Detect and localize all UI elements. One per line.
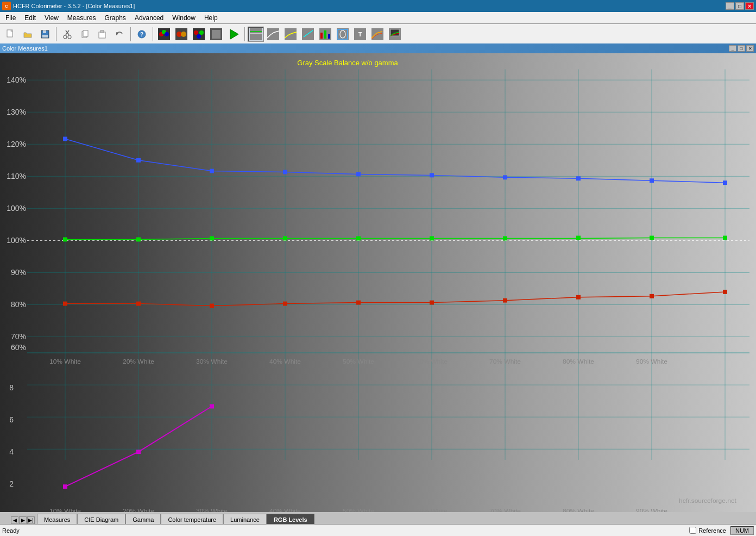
inner-window-title: Color Measures1 — [2, 45, 48, 52]
tab-color-temp[interactable]: Color temperature — [161, 514, 223, 525]
svg-rect-40 — [328, 34, 330, 39]
tb-graph-7[interactable]: T — [352, 27, 368, 42]
tb-graph-grayscale[interactable] — [248, 27, 264, 42]
menu-measures[interactable]: Measures — [63, 12, 100, 23]
svg-rect-100 — [723, 180, 727, 185]
svg-rect-104 — [283, 236, 287, 241]
menu-help[interactable]: Help — [200, 12, 222, 23]
svg-rect-120 — [723, 290, 727, 294]
tb-paste[interactable] — [94, 27, 110, 42]
svg-text:70% White: 70% White — [489, 358, 521, 365]
svg-rect-121 — [63, 484, 67, 489]
reference-checkbox[interactable] — [689, 527, 696, 534]
tb-graph-2[interactable] — [265, 27, 281, 42]
svg-rect-103 — [210, 236, 214, 241]
tb-graph-3[interactable] — [282, 27, 299, 42]
toolbar: ? T — [0, 24, 756, 45]
main-area: Color Measures1 _ □ ✕ Gray Scale Balance… — [0, 43, 756, 524]
svg-rect-94 — [283, 170, 287, 174]
svg-rect-99 — [650, 178, 654, 183]
inner-maximize[interactable]: □ — [738, 45, 745, 52]
tb-play[interactable] — [225, 27, 242, 42]
tab-bar: ◀ ▶ ▶| Measures CIE Diagram Gamma Color … — [0, 512, 756, 524]
svg-rect-110 — [723, 236, 727, 240]
tab-luminance[interactable]: Luminance — [223, 514, 267, 525]
y-label-60: 60% — [11, 343, 26, 352]
tb-save[interactable] — [37, 27, 53, 42]
svg-text:80% White: 80% White — [563, 358, 594, 365]
tb-help[interactable]: ? — [134, 27, 150, 42]
chart-title: Gray Scale Balance w/o gamma — [297, 59, 398, 67]
svg-point-25 — [199, 30, 204, 35]
tb-copy[interactable] — [77, 27, 93, 42]
inner-controls: _ □ ✕ — [729, 45, 754, 52]
tb-graph-8[interactable] — [369, 27, 386, 42]
inner-minimize[interactable]: _ — [729, 45, 736, 52]
tb-graph-5[interactable] — [317, 27, 333, 42]
svg-point-19 — [165, 32, 169, 36]
tb-gen4[interactable] — [208, 27, 224, 42]
tab-cie[interactable]: CIE Diagram — [77, 514, 125, 525]
svg-text:?: ? — [140, 32, 143, 38]
tb-gen3[interactable] — [191, 27, 207, 42]
y-label-110: 110% — [7, 172, 26, 180]
y-label-70: 70% — [11, 333, 26, 341]
svg-rect-93 — [210, 169, 214, 173]
svg-rect-28 — [212, 30, 220, 39]
menu-graphs[interactable]: Graphs — [100, 12, 130, 23]
tab-scroll-right2[interactable]: ▶| — [27, 516, 35, 524]
svg-rect-3 — [43, 30, 46, 33]
y-label-6: 6 — [9, 415, 14, 424]
svg-point-26 — [197, 34, 201, 39]
svg-rect-102 — [136, 238, 141, 242]
tb-gen2[interactable] — [173, 27, 190, 42]
svg-rect-116 — [430, 301, 434, 305]
tb-graph-9[interactable] — [387, 27, 403, 42]
status-right: Reference NUM — [689, 526, 754, 535]
close-button[interactable]: ✕ — [745, 2, 754, 10]
tab-scroll-right[interactable]: ▶ — [19, 516, 27, 524]
y-label-130: 130% — [7, 108, 26, 116]
minimize-button[interactable]: _ — [726, 2, 734, 10]
tb-graph-4[interactable] — [300, 27, 316, 42]
menu-window[interactable]: Window — [168, 12, 200, 23]
tb-graph-6[interactable] — [335, 27, 351, 42]
svg-point-8 — [68, 35, 71, 39]
svg-rect-111 — [63, 302, 67, 306]
menu-file[interactable]: File — [1, 12, 20, 23]
tab-measures[interactable]: Measures — [37, 514, 77, 525]
svg-rect-92 — [136, 158, 141, 163]
menu-edit[interactable]: Edit — [20, 12, 40, 23]
svg-rect-112 — [136, 302, 141, 306]
menu-advanced[interactable]: Advanced — [130, 12, 168, 23]
y-label-100-top: 100% — [7, 204, 26, 213]
inner-close[interactable]: ✕ — [746, 45, 754, 52]
status-text: Ready — [2, 527, 20, 534]
svg-rect-95 — [356, 172, 361, 176]
svg-rect-106 — [430, 236, 434, 241]
tb-cut[interactable] — [59, 27, 75, 42]
svg-text:30% White: 30% White — [196, 358, 228, 365]
svg-rect-49 — [0, 53, 756, 524]
tb-new[interactable] — [2, 27, 18, 42]
tab-rgb-levels[interactable]: RGB Levels — [267, 514, 314, 525]
title-bar: C HCFR Colorimeter - 3.5.2 - [Color Meas… — [0, 0, 756, 12]
maximize-button[interactable]: □ — [735, 2, 744, 10]
y-label-90: 90% — [11, 269, 26, 277]
y-label-120: 120% — [7, 140, 26, 148]
tb-open[interactable] — [20, 27, 36, 42]
svg-marker-29 — [230, 29, 238, 39]
toolbar-sep-1 — [56, 27, 56, 41]
watermark: hcfr.sourceforge.net — [679, 497, 737, 504]
tab-gamma[interactable]: Gamma — [125, 514, 161, 525]
y-label-100: 100% — [7, 236, 26, 245]
menu-view[interactable]: View — [40, 12, 63, 23]
svg-rect-105 — [356, 236, 361, 241]
tab-scroll-left[interactable]: ◀ — [11, 516, 18, 524]
reference-label: Reference — [698, 527, 726, 534]
tb-undo[interactable] — [111, 27, 128, 42]
svg-rect-98 — [576, 176, 581, 180]
tb-gen1[interactable] — [156, 27, 172, 42]
title-controls: _ □ ✕ — [726, 2, 754, 10]
y-label-8: 8 — [9, 383, 14, 392]
